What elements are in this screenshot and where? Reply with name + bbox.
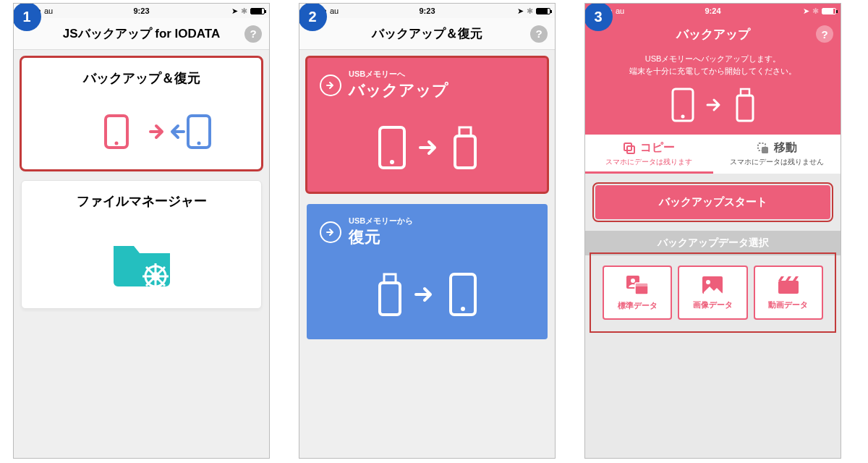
select-standard-data[interactable]: 標準データ — [603, 266, 672, 320]
carrier-label: au — [616, 7, 624, 15]
svg-point-17 — [461, 307, 465, 311]
tab-label: コピー — [640, 140, 675, 156]
contacts-calendar-icon — [625, 274, 650, 296]
battery-icon — [536, 8, 550, 14]
bluetooth-icon: ✱ — [527, 7, 533, 16]
svg-point-3 — [197, 142, 200, 145]
location-icon: ➤ — [231, 7, 238, 16]
status-time: 9:23 — [419, 7, 435, 15]
battery-icon — [822, 8, 836, 14]
phone-icon — [670, 87, 696, 123]
card-title: ファイルマネージャー — [32, 192, 251, 210]
folder-gear-icon — [32, 221, 251, 297]
svg-point-19 — [681, 115, 684, 119]
tab-sublabel: スマホにデータは残ります — [585, 157, 713, 167]
svg-rect-13 — [455, 136, 475, 168]
status-time: 9:24 — [705, 7, 720, 15]
status-time: 9:23 — [133, 7, 149, 15]
select-image-data[interactable]: 画像データ — [678, 266, 747, 320]
move-icon — [757, 142, 770, 155]
card-subtitle: USBメモリーから — [349, 216, 413, 226]
help-button[interactable]: ? — [530, 25, 548, 43]
usb-icon — [733, 87, 757, 123]
arrow-circle-icon — [320, 75, 341, 96]
video-icon — [777, 275, 800, 295]
card-subtitle: USBメモリーへ — [349, 69, 448, 80]
step-badge: 2 — [299, 3, 327, 31]
location-icon: ➤ — [517, 7, 524, 16]
phone-to-usb-icon — [320, 111, 535, 177]
help-button[interactable]: ? — [244, 25, 262, 43]
backup-header: USBメモリーへバックアップします。端末を十分に充電してから開始してください。 — [585, 50, 841, 135]
nav-bar: JSバックアップ for IODATA ? — [14, 18, 269, 50]
status-bar: au 9:24 ➤✱ — [585, 4, 841, 18]
svg-rect-25 — [762, 147, 768, 153]
selection-header: バックアップデータ選択 — [585, 231, 841, 255]
card-label: バックアップ — [349, 80, 448, 101]
svg-rect-21 — [737, 95, 753, 121]
card-file-manager[interactable]: ファイルマネージャー — [21, 180, 262, 309]
header-msg-1: USBメモリーへバックアップします。 — [645, 54, 781, 63]
backup-restore-icon — [32, 98, 251, 158]
svg-rect-29 — [635, 283, 648, 286]
svg-point-27 — [631, 279, 635, 283]
arrow-right-icon — [706, 98, 723, 112]
svg-rect-15 — [380, 283, 400, 315]
selection-row: 標準データ 画像データ 動画データ — [592, 255, 833, 330]
help-button[interactable]: ? — [816, 25, 833, 43]
mode-tabs: コピー スマホにデータは残ります 移動 スマホにデータは残りません — [585, 135, 841, 174]
svg-point-31 — [706, 280, 710, 284]
usb-to-phone-icon — [320, 258, 535, 323]
image-icon — [701, 275, 724, 295]
selection-label: 動画データ — [768, 300, 808, 310]
step-badge: 3 — [584, 3, 613, 31]
card-title: バックアップ＆復元 — [32, 69, 251, 87]
arrow-circle-icon — [320, 221, 341, 243]
card-backup[interactable]: USBメモリーへバックアップ — [307, 57, 548, 192]
page-title: バックアップ — [676, 26, 750, 43]
card-label: 復元 — [349, 226, 413, 248]
screen-1: 1 au 9:23 ➤✱ JSバックアップ for IODATA ? バックアッ… — [13, 3, 270, 459]
page-title: JSバックアップ for IODATA — [63, 25, 221, 42]
tab-sublabel: スマホにデータは残りません — [713, 157, 841, 167]
svg-point-1 — [114, 142, 118, 145]
bluetooth-icon: ✱ — [812, 7, 819, 16]
select-video-data[interactable]: 動画データ — [754, 266, 823, 320]
header-msg-2: 端末を十分に充電してから開始してください。 — [629, 67, 796, 75]
svg-point-9 — [151, 272, 160, 281]
svg-point-11 — [390, 160, 394, 164]
card-restore[interactable]: USBメモリーから復元 — [307, 204, 548, 339]
status-bar: au 9:23 ➤✱ — [14, 4, 269, 18]
battery-icon — [250, 8, 265, 14]
carrier-label: au — [330, 7, 339, 15]
copy-icon — [623, 142, 636, 155]
tab-move[interactable]: 移動 スマホにデータは残りません — [713, 135, 841, 174]
backup-start-button[interactable]: バックアップスタート — [595, 185, 830, 219]
tab-copy[interactable]: コピー スマホにデータは残ります — [585, 135, 713, 174]
step-badge: 1 — [13, 3, 41, 31]
selection-label: 画像データ — [693, 300, 733, 310]
card-backup-restore[interactable]: バックアップ＆復元 — [21, 57, 262, 170]
location-icon: ➤ — [803, 7, 809, 16]
screen-3: 3 au 9:24 ➤✱ バックアップ ? USBメモリーへバックアップします。… — [584, 3, 841, 459]
carrier-label: au — [44, 7, 53, 15]
nav-bar: バックアップ ? — [585, 18, 841, 50]
status-bar: au 9:23 ➤✱ — [299, 4, 555, 18]
selection-label: 標準データ — [618, 300, 658, 311]
screen-2: 2 au 9:23 ➤✱ バックアップ＆復元 ? USBメモリーへバックアップ … — [299, 3, 556, 459]
page-title: バックアップ＆復元 — [372, 25, 482, 42]
bluetooth-icon: ✱ — [241, 7, 247, 16]
svg-rect-32 — [778, 281, 799, 294]
tab-label: 移動 — [774, 140, 797, 156]
nav-bar: バックアップ＆復元 ? — [299, 18, 555, 50]
